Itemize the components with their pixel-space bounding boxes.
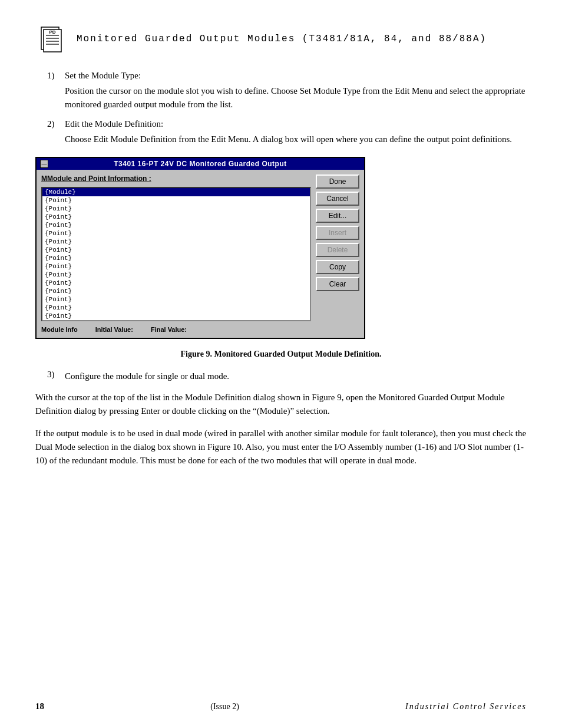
- step-3-text: Configure the module for single or dual …: [65, 370, 229, 383]
- paragraph-1: With the cursor at the top of the list i…: [35, 391, 527, 419]
- step-1: 1) Set the Module Type: Position the cur…: [47, 71, 527, 111]
- step-2-num: 2): [47, 119, 65, 146]
- header-title: Monitored Guarded Output Modules (T3481/…: [77, 34, 487, 44]
- list-item[interactable]: {Point}: [42, 229, 310, 238]
- list-item[interactable]: {Point}: [42, 246, 310, 254]
- dialog-titlebar: — T3401 16-PT 24V DC Monitored Guarded O…: [37, 158, 364, 170]
- figure-caption: Figure 9. Monitored Guarded Output Modul…: [35, 350, 527, 359]
- list-item[interactable]: {Point}: [42, 213, 310, 221]
- page: PD Monitored Guarded Output Modules (T34…: [0, 0, 562, 728]
- dialog-btn-delete: Delete: [316, 243, 359, 257]
- list-item[interactable]: {Point}: [42, 221, 310, 229]
- dialog-btn-cancel[interactable]: Cancel: [316, 192, 359, 206]
- list-item[interactable]: {Point}: [42, 262, 310, 271]
- list-item[interactable]: {Point}: [42, 271, 310, 279]
- list-item[interactable]: {Point}: [42, 238, 310, 246]
- dialog-btn-copy[interactable]: Copy: [316, 260, 359, 274]
- step-1-content: Set the Module Type: Position the cursor…: [65, 71, 527, 111]
- dialog-body: MModule and Point Information : {Module}…: [37, 170, 364, 338]
- dialog-section-label: MModule and Point Information :: [41, 174, 311, 183]
- content: 1) Set the Module Type: Position the cur…: [35, 71, 527, 467]
- list-item[interactable]: {Point}: [42, 279, 310, 287]
- paragraph-2: If the output module is to be used in du…: [35, 427, 527, 468]
- list-item[interactable]: {Point}: [42, 254, 310, 262]
- svg-text:PD: PD: [49, 29, 55, 35]
- footer-right: Industrial Control Services: [405, 702, 527, 711]
- dialog-restore-icon[interactable]: —: [40, 160, 48, 168]
- list-item[interactable]: {Point}: [42, 287, 310, 295]
- dialog-left-panel: MModule and Point Information : {Module}…: [41, 174, 311, 333]
- dialog-screenshot: — T3401 16-PT 24V DC Monitored Guarded O…: [35, 157, 365, 339]
- list-footer: Module InfoInitial Value:Final Value:: [41, 326, 311, 333]
- step-1-body: Position the cursor on the module slot y…: [65, 84, 527, 111]
- footer-page-num: 18: [35, 701, 44, 711]
- dialog-buttons-panel: DoneCancelEdit...InsertDeleteCopyClear: [316, 174, 359, 333]
- list-item[interactable]: {Point}: [42, 295, 310, 304]
- dialog-btn-edit---[interactable]: Edit...: [316, 209, 359, 223]
- footer: 18 (Issue 2) Industrial Control Services: [35, 701, 527, 711]
- list-item[interactable]: {Point}: [42, 304, 310, 312]
- header: PD Monitored Guarded Output Modules (T34…: [35, 24, 527, 54]
- list-item[interactable]: {Point}: [42, 196, 310, 205]
- list-item[interactable]: {Point}: [42, 312, 310, 320]
- step-2-content: Edit the Module Definition: Choose Edit …: [65, 119, 527, 146]
- doc-icon: PD: [35, 24, 66, 54]
- step-2-title: Edit the Module Definition:: [65, 119, 527, 129]
- list-item[interactable]: {Point}: [42, 205, 310, 213]
- module-point-list[interactable]: {Module}{Point}{Point}{Point}{Point}{Poi…: [41, 187, 311, 321]
- dialog-btn-done[interactable]: Done: [316, 174, 359, 189]
- list-item[interactable]: {Module}: [42, 188, 310, 196]
- step-1-title: Set the Module Type:: [65, 71, 527, 81]
- step-3-num: 3): [47, 370, 65, 383]
- list-footer-col: Module Info: [41, 326, 78, 333]
- dialog-title-text: T3401 16-PT 24V DC Monitored Guarded Out…: [114, 160, 287, 168]
- dialog-btn-clear[interactable]: Clear: [316, 277, 359, 291]
- list-footer-col: Final Value:: [151, 326, 187, 333]
- step-2-body: Choose Edit Module Definition from the E…: [65, 133, 527, 146]
- step-3: 3) Configure the module for single or du…: [47, 370, 527, 383]
- footer-center: (Issue 2): [210, 702, 239, 711]
- step-1-num: 1): [47, 71, 65, 111]
- dialog-btn-insert: Insert: [316, 226, 359, 240]
- step-2: 2) Edit the Module Definition: Choose Ed…: [47, 119, 527, 146]
- list-footer-col: Initial Value:: [95, 326, 133, 333]
